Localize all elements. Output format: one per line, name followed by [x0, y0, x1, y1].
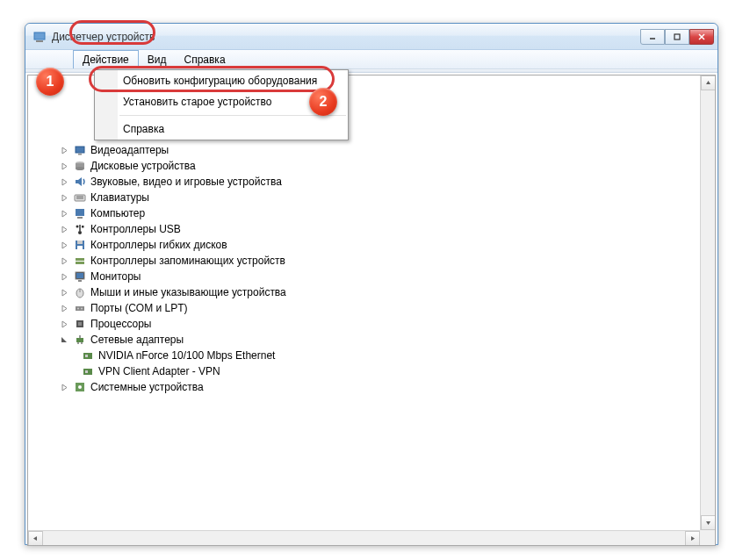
- tree-label: VPN Client Adapter - VPN: [98, 365, 220, 377]
- tree-item-port[interactable]: Порты (COM и LPT): [30, 300, 713, 316]
- svg-rect-49: [76, 338, 83, 342]
- svg-point-25: [76, 226, 79, 228]
- svg-marker-60: [706, 81, 710, 84]
- tree-item-floppy[interactable]: Контроллеры гибких дисков: [30, 237, 713, 253]
- monitor-icon: [73, 269, 87, 284]
- menubar: Действие Вид Справка: [25, 50, 718, 69]
- expand-icon[interactable]: [60, 272, 69, 282]
- svg-marker-27: [62, 242, 67, 248]
- expand-icon[interactable]: [60, 319, 69, 329]
- svg-marker-31: [62, 258, 67, 264]
- annotation-badge-1: 1: [36, 68, 64, 96]
- tree-label: Контроллеры гибких дисков: [90, 239, 227, 251]
- horizontal-scrollbar[interactable]: [28, 530, 700, 545]
- expand-icon[interactable]: [60, 209, 69, 219]
- svg-rect-20: [76, 209, 84, 216]
- tree-label: Сетевые адаптеры: [90, 334, 184, 346]
- svg-marker-15: [62, 195, 67, 201]
- tree-label: Мониторы: [90, 270, 141, 283]
- menu-update-hardware[interactable]: Обновить конфигурацию оборудования: [95, 70, 348, 91]
- expand-icon[interactable]: [60, 162, 69, 171]
- svg-point-59: [78, 385, 82, 389]
- titlebar[interactable]: Диспетчер устройств: [25, 24, 718, 50]
- tree-label: Контроллеры запоминающих устройств: [90, 255, 285, 267]
- scroll-up-button[interactable]: [701, 75, 716, 90]
- expand-icon[interactable]: [60, 177, 69, 187]
- cpu-icon: [73, 317, 87, 331]
- svg-rect-21: [77, 217, 83, 219]
- collapse-icon[interactable]: [60, 335, 69, 345]
- window-title: Диспетчер устройств: [52, 31, 640, 43]
- expand-icon[interactable]: [60, 304, 69, 313]
- svg-rect-7: [76, 147, 84, 153]
- tree-item-sound[interactable]: Звуковые, видео и игровые устройства: [30, 174, 713, 190]
- tree-item-display[interactable]: Видеоадаптеры: [30, 142, 713, 158]
- expand-icon[interactable]: [60, 288, 69, 298]
- tree-child-item[interactable]: VPN Client Adapter - VPN: [30, 363, 713, 379]
- expand-icon[interactable]: [60, 383, 69, 392]
- tree-label: Видеоадаптеры: [90, 144, 169, 156]
- expand-icon[interactable]: [60, 241, 69, 250]
- computer-icon: [73, 206, 87, 220]
- display-icon: [73, 143, 87, 157]
- tree-item-monitor[interactable]: Мониторы: [30, 269, 713, 284]
- sound-icon: [73, 175, 87, 189]
- expand-icon[interactable]: [60, 225, 69, 234]
- system-icon: [73, 380, 87, 394]
- svg-marker-34: [62, 274, 67, 280]
- svg-rect-47: [78, 322, 82, 326]
- svg-marker-48: [61, 337, 67, 342]
- annotation-badge-2: 2: [309, 88, 337, 116]
- tree-item-disk[interactable]: Дисковые устройства: [30, 158, 713, 174]
- svg-rect-30: [77, 246, 83, 249]
- tree-item-system[interactable]: Системные устройства: [30, 379, 713, 395]
- device-manager-window: Диспетчер устройств Действие Вид Справка…: [25, 23, 718, 545]
- tree-child-item[interactable]: NVIDIA nForce 10/100 Mbps Ethernet: [30, 348, 713, 363]
- svg-marker-63: [691, 536, 695, 541]
- svg-rect-42: [76, 306, 84, 311]
- svg-marker-38: [62, 290, 67, 296]
- svg-point-44: [81, 308, 83, 310]
- tree-item-keyboard[interactable]: Клавиатуры: [30, 190, 713, 205]
- keyboard-icon: [73, 190, 87, 205]
- svg-rect-1: [36, 40, 43, 42]
- tree-item-mouse[interactable]: Мыши и иные указывающие устройства: [30, 284, 713, 300]
- tree-label: Дисковые устройства: [90, 160, 196, 172]
- menu-view[interactable]: Вид: [139, 50, 176, 68]
- vertical-scrollbar[interactable]: [700, 75, 715, 530]
- svg-rect-3: [674, 34, 680, 39]
- tree-item-usb[interactable]: Контроллеры USB: [30, 221, 713, 237]
- svg-rect-36: [76, 273, 83, 278]
- tree-item-storage[interactable]: Контроллеры запоминающих устройств: [30, 253, 713, 269]
- tree-label: Процессоры: [90, 318, 152, 330]
- expand-icon[interactable]: [60, 146, 69, 155]
- network-adapter-icon: [81, 348, 95, 363]
- svg-rect-56: [85, 370, 88, 373]
- svg-marker-45: [62, 321, 67, 327]
- svg-rect-37: [78, 280, 82, 282]
- scroll-left-button[interactable]: [28, 531, 43, 546]
- tree-item-cpu[interactable]: Процессоры: [30, 316, 713, 332]
- tree-label: Мыши и иные указывающие устройства: [90, 286, 286, 298]
- network-icon: [73, 333, 87, 347]
- svg-marker-62: [33, 536, 37, 541]
- svg-marker-13: [62, 179, 67, 185]
- minimize-button[interactable]: [640, 29, 665, 45]
- menu-help[interactable]: Справка: [175, 50, 234, 68]
- expand-icon[interactable]: [60, 193, 69, 203]
- menu-action[interactable]: Действие: [73, 50, 139, 68]
- svg-rect-0: [34, 32, 45, 39]
- expand-icon[interactable]: [60, 256, 69, 266]
- svg-marker-14: [76, 177, 82, 186]
- maximize-button[interactable]: [665, 29, 689, 45]
- scroll-down-button[interactable]: [701, 515, 716, 530]
- svg-point-12: [76, 167, 84, 170]
- tree-item-computer[interactable]: Компьютер: [30, 205, 713, 221]
- menu-help-item[interactable]: Справка: [95, 118, 348, 140]
- scroll-right-button[interactable]: [685, 531, 700, 546]
- close-button[interactable]: [689, 29, 714, 45]
- svg-rect-54: [85, 355, 88, 357]
- tree-label: Порты (COM и LPT): [90, 302, 188, 314]
- tree-item-network[interactable]: Сетевые адаптеры: [30, 332, 713, 348]
- svg-marker-9: [62, 163, 67, 169]
